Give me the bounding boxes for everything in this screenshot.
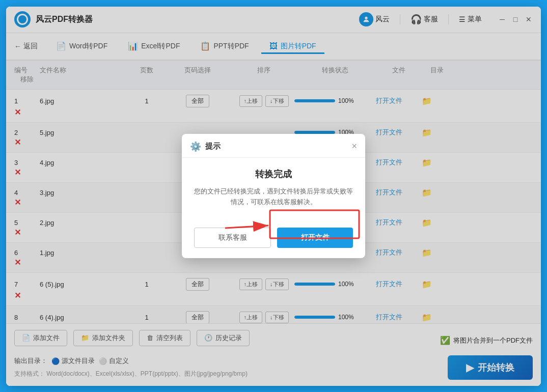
dialog-body: 转换完成 您的文件已经转换完成，遇到文件转换后异常或失败等情况，可联系在线客服解… <box>182 158 365 228</box>
dialog-actions: 联系客服 打开文件 <box>182 228 365 258</box>
dialog-service-button[interactable]: 联系客服 <box>194 228 271 248</box>
app-window: 风云PDF转换器 风云 🎧 客服 ☰ 菜单 ─ □ ✕ <box>6 7 541 386</box>
dialog-close-button[interactable]: × <box>351 141 357 152</box>
dialog-overlay: ⚙️ 提示 × 转换完成 您的文件已经转换完成，遇到文件转换后异常或失败等情况，… <box>6 7 541 386</box>
dialog-message: 您的文件已经转换完成，遇到文件转换后异常或失败等情况，可联系在线客服解决。 <box>194 186 353 208</box>
dialog-main-title: 转换完成 <box>194 168 353 180</box>
dialog: ⚙️ 提示 × 转换完成 您的文件已经转换完成，遇到文件转换后异常或失败等情况，… <box>182 134 365 259</box>
dialog-open-file-button[interactable]: 打开文件 <box>277 228 353 248</box>
dialog-title: 提示 <box>205 142 347 151</box>
dialog-header-icon: ⚙️ <box>190 141 201 152</box>
dialog-header: ⚙️ 提示 × <box>182 134 365 158</box>
